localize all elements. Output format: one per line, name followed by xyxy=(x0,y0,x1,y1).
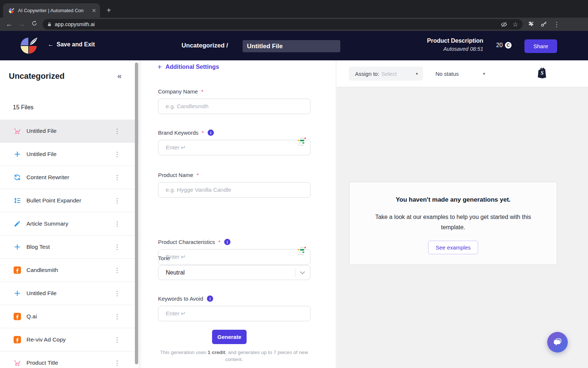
keywords-to-avoid-label: Keywords to Avoid i xyxy=(158,296,311,302)
lock-icon xyxy=(47,22,52,27)
svg-text:S: S xyxy=(541,70,544,76)
generate-button[interactable]: Generate xyxy=(212,330,247,344)
kebab-menu-icon[interactable]: ⋮ xyxy=(114,220,120,228)
app-navbar: ← Save and Exit Uncategorized / Product … xyxy=(0,31,588,60)
browser-tab[interactable]: AI Copywriter | Automated Con ✕ xyxy=(3,3,100,18)
sidebar-file-item[interactable]: Untitled File⋮ xyxy=(0,143,139,166)
assign-to-dropdown[interactable]: Assign to: Select ▾ xyxy=(349,67,423,81)
kebab-menu-icon[interactable]: ⋮ xyxy=(114,127,120,135)
forward-icon[interactable]: → xyxy=(15,20,28,28)
file-label: Blog Test xyxy=(26,244,50,250)
tab-close-icon[interactable]: ✕ xyxy=(92,7,96,14)
additional-settings-link[interactable]: + Additional Settings xyxy=(157,63,219,71)
keyword-suggestions-icon[interactable] xyxy=(297,137,306,146)
browser-tabstrip: AI Copywriter | Automated Con ✕ + xyxy=(0,0,588,18)
kebab-menu-icon[interactable]: ⋮ xyxy=(114,197,120,205)
kebab-menu-icon[interactable]: ⋮ xyxy=(114,359,120,367)
credits-count: 20 xyxy=(496,42,503,49)
sidebar-file-item[interactable]: Re-viv Ad Copy⋮ xyxy=(0,328,139,351)
address-bar[interactable]: app.copysmith.ai ☆ xyxy=(43,19,523,29)
sidebar-file-item[interactable]: Q.ai⋮ xyxy=(0,305,139,328)
sidebar-title: Uncategorized xyxy=(9,71,65,81)
file-label: Content Rewriter xyxy=(26,174,69,181)
brand-keywords-input[interactable] xyxy=(158,140,311,155)
company-name-label: Company Name* xyxy=(158,88,311,95)
cart-icon xyxy=(13,127,21,135)
file-label: Untitled File xyxy=(26,151,57,158)
file-name-input[interactable] xyxy=(243,40,340,52)
keywords-to-avoid-input[interactable] xyxy=(158,306,311,321)
empty-state-body: Take a look at our examples to help you … xyxy=(365,212,541,233)
file-label: Candlesmith xyxy=(26,267,58,273)
sidebar-file-item[interactable]: Untitled File⋮ xyxy=(0,120,139,143)
required-asterisk: * xyxy=(202,130,204,136)
file-list: Untitled File⋮Untitled File⋮Content Rewr… xyxy=(0,120,139,368)
password-key-icon[interactable] xyxy=(540,21,548,28)
tone-group: Tone Neutral xyxy=(158,255,311,280)
file-label: Untitled File xyxy=(26,290,57,297)
kebab-menu-icon[interactable]: ⋮ xyxy=(114,336,120,344)
kebab-menu-icon[interactable]: ⋮ xyxy=(114,313,120,321)
eye-slash-icon[interactable] xyxy=(501,21,508,28)
save-and-exit-button[interactable]: ← Save and Exit xyxy=(48,41,95,48)
kebab-menu-icon[interactable]: ⋮ xyxy=(114,243,120,251)
copysmith-logo xyxy=(18,35,39,56)
empty-state-title: You haven't made any generations yet. xyxy=(349,196,557,204)
back-icon[interactable]: ← xyxy=(3,20,15,28)
line-spacing-icon xyxy=(13,197,21,205)
product-name-input[interactable] xyxy=(158,182,311,198)
sidebar-scrollbar[interactable] xyxy=(135,63,138,364)
caret-down-icon: ▾ xyxy=(483,71,485,76)
keywords-to-avoid-group: Keywords to Avoid i xyxy=(158,296,311,321)
kebab-menu-icon[interactable]: ⋮ xyxy=(114,174,120,181)
reload-icon[interactable] xyxy=(28,20,40,28)
breadcrumb: Uncategorized / xyxy=(182,42,228,49)
shopify-icon[interactable]: S xyxy=(537,66,548,79)
see-examples-button[interactable]: See examples xyxy=(428,241,478,254)
sidebar-file-item[interactable]: Product Title⋮ xyxy=(0,351,139,368)
chat-widget-button[interactable] xyxy=(547,332,568,353)
save-and-exit-label: Save and Exit xyxy=(57,41,95,48)
url-text: app.copysmith.ai xyxy=(55,21,501,27)
required-asterisk: * xyxy=(218,239,220,245)
required-asterisk: * xyxy=(201,88,203,95)
sidebar-file-item[interactable]: Bullet Point Expander⋮ xyxy=(0,189,139,212)
info-icon[interactable]: i xyxy=(208,130,214,136)
required-asterisk: * xyxy=(197,172,199,178)
files-count: 15 Files xyxy=(13,104,33,111)
kebab-menu-icon[interactable]: ⋮ xyxy=(114,151,120,158)
tone-select[interactable]: Neutral xyxy=(158,265,311,280)
bookmark-star-icon[interactable]: ☆ xyxy=(513,21,518,28)
credits-counter: 20 C xyxy=(496,42,512,49)
sidebar-file-item[interactable]: Blog Test⋮ xyxy=(0,236,139,259)
caret-down-icon: ▾ xyxy=(416,71,418,76)
kebab-menu-icon[interactable]: ⋮ xyxy=(114,290,120,297)
extensions-puzzle-icon[interactable] xyxy=(528,21,534,28)
kebab-menu-icon[interactable]: ⋮ xyxy=(114,266,120,274)
generation-footnote: This generation uses 1 credit, and gener… xyxy=(156,349,312,363)
product-name-label: Product Name* xyxy=(158,172,311,178)
copysmith-favicon xyxy=(8,7,15,14)
pencil-icon xyxy=(13,220,21,228)
sidebar-file-item[interactable]: Untitled File⋮ xyxy=(0,282,139,305)
sidebar-file-item[interactable]: Content Rewriter⋮ xyxy=(0,166,139,189)
plus-icon xyxy=(13,150,21,158)
info-icon[interactable]: i xyxy=(207,296,213,302)
tone-value: Neutral xyxy=(166,269,185,276)
share-button[interactable]: Share xyxy=(524,39,557,53)
cart-icon xyxy=(13,359,21,367)
collapse-sidebar-icon[interactable]: « xyxy=(117,71,122,80)
keyword-suggestions-icon[interactable] xyxy=(297,247,306,255)
sidebar-file-item[interactable]: Article Summary⋮ xyxy=(0,212,139,236)
browser-menu-icon[interactable]: ⋮ xyxy=(553,21,560,28)
file-label: Bullet Point Expander xyxy=(26,197,81,204)
empty-state-card: You haven't made any generations yet. Ta… xyxy=(349,182,557,265)
company-name-input[interactable] xyxy=(158,99,311,114)
new-tab-button[interactable]: + xyxy=(104,5,114,15)
template-name: Product Description xyxy=(424,38,483,44)
info-icon[interactable]: i xyxy=(224,239,230,245)
sidebar-file-item[interactable]: Candlesmith⋮ xyxy=(0,259,139,282)
file-label: Untitled File xyxy=(26,128,57,134)
status-dropdown[interactable]: No status ▾ xyxy=(435,67,485,81)
plus-icon: + xyxy=(157,63,162,71)
